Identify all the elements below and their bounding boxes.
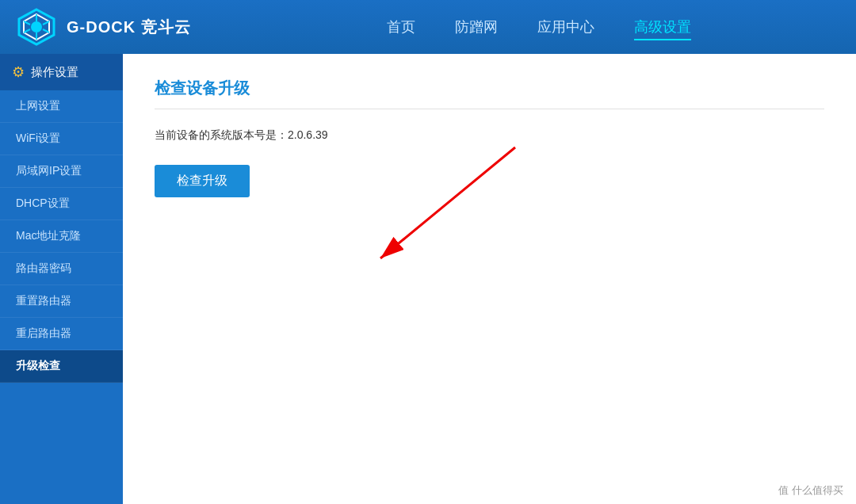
- gear-icon: ⚙: [12, 63, 25, 81]
- page-title: 检查设备升级: [155, 78, 824, 109]
- version-info: 当前设备的系统版本号是：2.0.6.39: [155, 128, 824, 143]
- sidebar-item-lan-ip[interactable]: 局域网IP设置: [0, 155, 123, 188]
- sidebar-item-dhcp[interactable]: DHCP设置: [0, 188, 123, 220]
- arrow-annotation: [357, 139, 531, 282]
- sidebar: ⚙ 操作设置 上网设置 WiFi设置 局域网IP设置 DHCP设置 Mac地址克…: [0, 54, 123, 504]
- sidebar-item-wifi[interactable]: WiFi设置: [0, 123, 123, 155]
- sidebar-item-router-password[interactable]: 路由器密码: [0, 253, 123, 285]
- sidebar-item-reboot-router[interactable]: 重启路由器: [0, 318, 123, 350]
- logo-icon: [16, 6, 57, 48]
- sidebar-item-upgrade-check[interactable]: 升级检查: [0, 350, 123, 383]
- nav-home[interactable]: 首页: [387, 13, 415, 40]
- nav-app-center[interactable]: 应用中心: [537, 13, 594, 40]
- logo-area: G-DOCK 竞斗云: [16, 6, 191, 48]
- header: G-DOCK 竞斗云 首页 防蹭网 应用中心 高级设置: [0, 0, 856, 54]
- svg-line-5: [24, 21, 30, 25]
- svg-line-7: [24, 29, 30, 32]
- svg-point-2: [31, 21, 42, 32]
- svg-line-10: [380, 147, 515, 258]
- sidebar-item-internet[interactable]: 上网设置: [0, 90, 123, 123]
- svg-line-6: [43, 29, 49, 32]
- nav-advanced-settings[interactable]: 高级设置: [634, 13, 691, 40]
- footer-watermark: 值 什么值得买: [778, 483, 843, 498]
- main-nav: 首页 防蹭网 应用中心 高级设置: [239, 13, 840, 40]
- logo-text: G-DOCK 竞斗云: [67, 17, 191, 38]
- sidebar-section-label: 操作设置: [31, 65, 78, 80]
- svg-line-8: [43, 21, 49, 25]
- main-layout: ⚙ 操作设置 上网设置 WiFi设置 局域网IP设置 DHCP设置 Mac地址克…: [0, 54, 856, 504]
- sidebar-section-header: ⚙ 操作设置: [0, 54, 123, 90]
- check-upgrade-button[interactable]: 检查升级: [155, 165, 250, 197]
- sidebar-item-reset-router[interactable]: 重置路由器: [0, 285, 123, 318]
- sidebar-item-mac-clone[interactable]: Mac地址克隆: [0, 220, 123, 253]
- nav-anti-leech[interactable]: 防蹭网: [455, 13, 498, 40]
- content-area: 检查设备升级 当前设备的系统版本号是：2.0.6.39 检查升级: [123, 54, 856, 504]
